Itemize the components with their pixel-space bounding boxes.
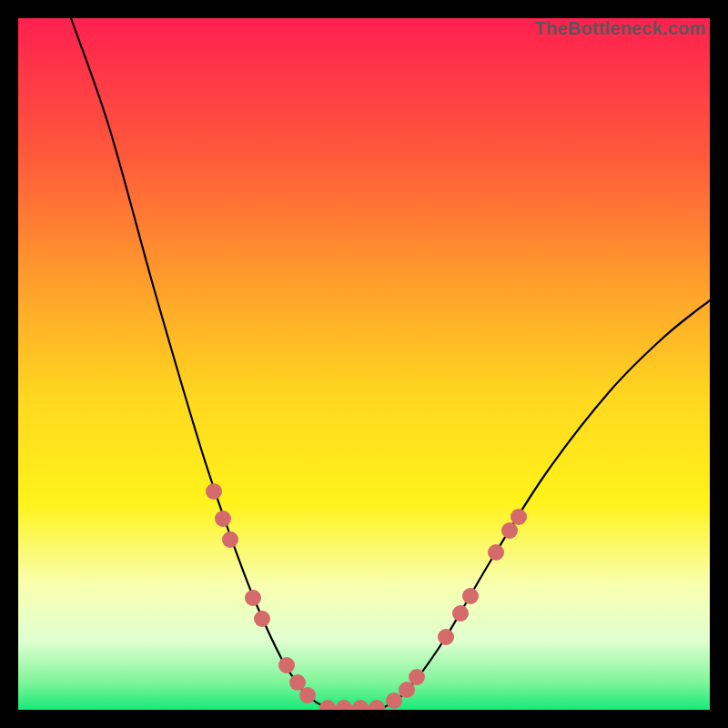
chart-frame: TheBottleneck.com xyxy=(18,18,710,710)
series-right-curve xyxy=(382,300,710,708)
marker-dot xyxy=(215,511,231,527)
marker-dot xyxy=(319,700,336,710)
watermark-text: TheBottleneck.com xyxy=(535,18,706,39)
marker-dot xyxy=(206,483,222,500)
marker-dot xyxy=(369,700,385,710)
marker-dot xyxy=(222,531,238,548)
series-left-curve xyxy=(71,18,328,708)
marker-dot xyxy=(245,590,261,606)
marker-dot xyxy=(336,700,352,710)
curve-layer xyxy=(18,18,710,710)
marker-dot xyxy=(352,700,369,710)
marker-dot xyxy=(462,588,479,604)
marker-dot xyxy=(386,693,402,709)
marker-dot xyxy=(501,522,518,539)
marker-dot xyxy=(299,687,316,703)
marker-dot xyxy=(511,509,527,525)
marker-dot xyxy=(289,674,306,691)
marker-dot xyxy=(438,629,454,645)
marker-dot xyxy=(488,544,504,561)
marker-dot xyxy=(452,605,469,622)
marker-dot xyxy=(399,682,415,698)
marker-dot xyxy=(409,669,425,685)
marker-dot xyxy=(278,657,295,673)
marker-dot xyxy=(254,611,270,627)
